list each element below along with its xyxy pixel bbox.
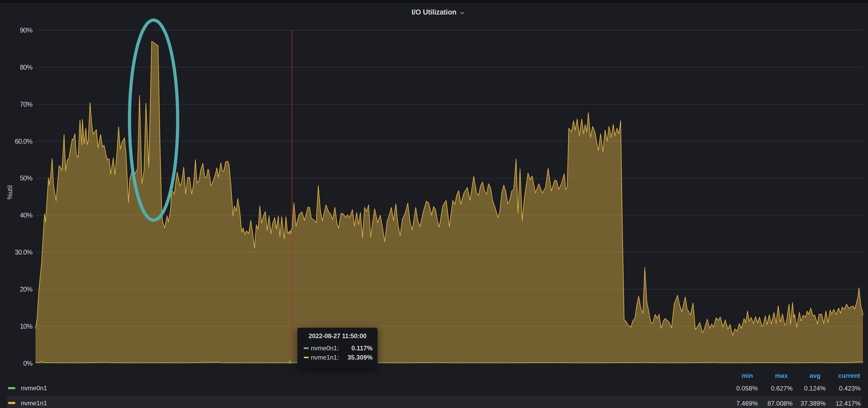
- svg-text:10%: 10%: [20, 322, 33, 330]
- svg-text:90%: 90%: [20, 27, 33, 34]
- svg-text:%util: %util: [6, 185, 13, 200]
- svg-text:80%: 80%: [20, 64, 33, 71]
- svg-text:30.0%: 30.0%: [15, 248, 33, 256]
- svg-text:50%: 50%: [20, 174, 33, 182]
- svg-text:60.0%: 60.0%: [15, 138, 33, 145]
- svg-text:0%: 0%: [23, 360, 33, 367]
- svg-text:40%: 40%: [20, 211, 33, 219]
- svg-text:70%: 70%: [20, 101, 33, 108]
- svg-text:20%: 20%: [20, 285, 33, 293]
